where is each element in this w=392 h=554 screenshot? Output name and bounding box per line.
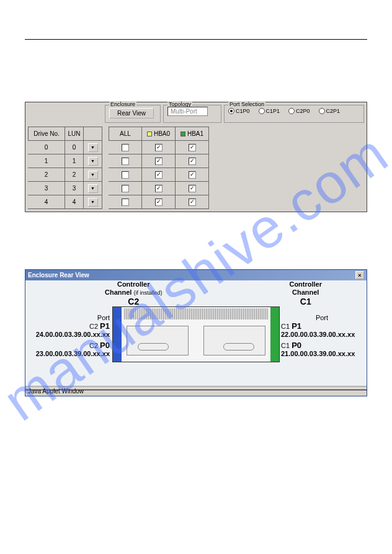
grid-cell: 0 — [28, 141, 65, 154]
topology-group: Topology Multi-Port — [163, 105, 221, 123]
checkbox-hba0[interactable]: ✓ — [142, 182, 176, 195]
grid-cell: 4 — [65, 195, 84, 209]
port-radio-c1p1[interactable]: C1P1 — [259, 108, 280, 114]
lun-mapping-panel: Enclosure Rear View Topology Multi-Port … — [25, 102, 367, 212]
checkbox-all[interactable] — [109, 141, 142, 154]
checkbox-hba1[interactable]: ✓ — [176, 141, 209, 154]
checkbox-hba0[interactable]: ✓ — [142, 141, 176, 154]
checkbox-hba1[interactable]: ✓ — [176, 182, 209, 195]
col-header: ALL — [109, 127, 142, 141]
col-header: LUN — [65, 127, 84, 141]
grid-cell: 4 — [28, 195, 65, 209]
grid-cell[interactable]: ▼ — [84, 141, 102, 154]
grid-cell: 3 — [28, 182, 65, 195]
port-label-right: Port C1 P1 22.00.00.03.39.00.xx.xx C1 P0… — [281, 314, 363, 357]
col-header: HBA1 — [176, 127, 209, 141]
checkbox-hba1[interactable]: ✓ — [176, 154, 209, 168]
c1-port-bar — [270, 307, 279, 362]
window-title: Enclosure Rear View — [28, 272, 89, 279]
enclosure-legend: Enclosure — [109, 101, 136, 107]
c1-header: Controller Channel C1 — [289, 280, 322, 307]
checkbox-hba0[interactable]: ✓ — [142, 168, 176, 182]
chassis-diagram — [112, 306, 280, 362]
grid-cell[interactable]: ▼ — [84, 168, 102, 182]
checkbox-hba1[interactable]: ✓ — [176, 195, 209, 209]
enclosure-group: Enclosure Rear View — [105, 105, 161, 123]
status-bar: Java Applet Window — [25, 386, 367, 396]
grid-cell: 3 — [65, 182, 84, 195]
checkbox-hba0[interactable]: ✓ — [142, 195, 176, 209]
close-icon[interactable]: × — [355, 271, 364, 279]
checkbox-all[interactable] — [109, 154, 142, 168]
window-titlebar: Enclosure Rear View × — [25, 270, 367, 280]
c2-header: Controller Channel (if installed) C2 — [105, 280, 162, 307]
grid-cell[interactable]: ▼ — [84, 182, 102, 195]
port-radio-c2p0[interactable]: C2P0 — [288, 108, 310, 114]
port-label-left: Port C2 P1 24.00.00.03.39.00.xx.xx C2 P0… — [32, 314, 110, 357]
c2-port-bar — [113, 307, 122, 362]
port-radio-c2p1[interactable]: C2P1 — [319, 108, 341, 114]
grid-cell[interactable]: ▼ — [84, 154, 102, 168]
grid-cell: 0 — [65, 141, 84, 154]
port-selection-group: Port Selection C1P0C1P1C2P0C2P1 — [224, 105, 364, 123]
col-header: HBA0 — [142, 127, 176, 141]
port-radio-c1p0[interactable]: C1P0 — [228, 108, 250, 114]
grid-cell[interactable]: ▼ — [84, 195, 102, 209]
checkbox-all[interactable] — [109, 168, 142, 182]
rear-view-button[interactable]: Rear View — [109, 108, 154, 118]
grid-cell: 1 — [65, 154, 84, 168]
enclosure-rear-view-window: Enclosure Rear View × Controller Channel… — [25, 269, 367, 396]
grid-cell: 2 — [65, 168, 84, 182]
checkbox-hba1[interactable]: ✓ — [176, 168, 209, 182]
grid-cell: 1 — [28, 154, 65, 168]
checkbox-all[interactable] — [109, 195, 142, 209]
col-header — [84, 127, 102, 141]
port-selection-legend: Port Selection — [228, 101, 265, 107]
grid-cell: 2 — [28, 168, 65, 182]
topology-select[interactable]: Multi-Port — [167, 107, 208, 116]
checkbox-hba0[interactable]: ✓ — [142, 154, 176, 168]
checkbox-all[interactable] — [109, 182, 142, 195]
col-header: Drive No. — [28, 127, 65, 141]
